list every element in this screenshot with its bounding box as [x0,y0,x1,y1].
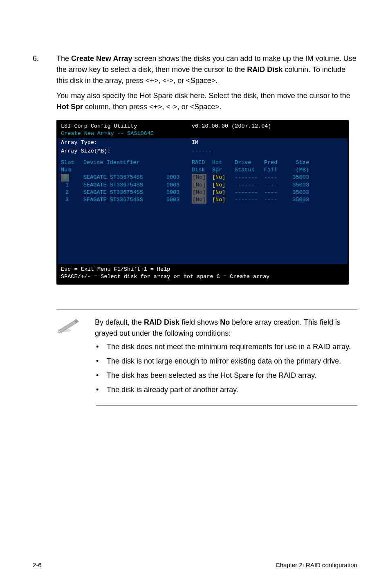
step-row: 6. The Create New Array screen shows the… [33,53,357,86]
cell-raid: [No] [192,196,212,204]
array-type-value: IM [192,139,198,146]
step-bold: Create New Array [71,54,132,63]
cell-hot: [No] [212,182,235,189]
pencil-icon [56,317,79,333]
list-item: • The disk has been selected as the Hot … [96,370,357,381]
table-header-row-1: Slot Device Identifier RAID Hot Drive Pr… [61,159,344,166]
list-text: The disk does not meet the minimum requi… [107,341,351,352]
terminal-table: Slot Device Identifier RAID Hot Drive Pr… [61,159,344,204]
cell-slot: 2 [61,189,83,196]
th-blank [83,166,166,174]
cell-pred: ---- [264,174,285,181]
list-item: • The disk is already part of another ar… [96,384,357,395]
th-raid: RAID [192,159,212,166]
page-footer: 2-6 Chapter 2: RAID configuration [33,561,357,568]
step-bold: RAID Disk [247,65,282,74]
cell-hot: [No] [212,196,235,204]
cell-num: 0003 [166,174,192,181]
note-text-part: field shows [179,318,220,326]
list-text: The disk has been selected as the Hot Sp… [107,370,316,381]
chapter-title: Chapter 2: RAID configuration [276,561,357,568]
cell-slot: 1 [61,182,83,189]
terminal-footer: Esc = Exit Menu F1/Shift+1 = Help SPACE/… [58,264,347,283]
list-text: The disk is not large enough to mirror e… [107,356,341,367]
cell-device: SEAGATE ST336754SS [83,182,166,189]
th-pred: Pred [264,159,285,166]
note-section: By default, the RAID Disk field shows No… [56,309,357,341]
step-followup: You may also specify the Hot Spare disk … [56,90,357,112]
terminal-spacer [61,204,344,257]
array-size-row: Array Size(MB): ------ [61,147,344,155]
th-hot: Hot [212,159,235,166]
cell-size: 35003 [285,174,309,181]
table-row: 0 SEAGATE ST336754SS 0003 [No] [No] ----… [61,174,344,181]
th-mb: (MB) [285,166,309,174]
note-bold: RAID Disk [144,318,179,326]
followup-part: You may also specify the Hot Spare disk … [56,92,350,100]
bullet-icon: • [96,384,98,395]
cell-drive: ------- [235,182,264,189]
cell-slot: 3 [61,196,83,204]
th-fail: Fail [264,166,285,174]
cell-drive: ------- [235,196,264,204]
th-spr: Spr [212,166,235,174]
cell-slot-val: 0 [61,174,69,181]
cell-device: SEAGATE ST336754SS [83,189,166,196]
cell-raid: [No] [192,182,212,189]
terminal-body: Array Type: IM Array Size(MB): ------ Sl… [58,138,347,264]
th-num: Num [61,166,83,174]
cell-device: SEAGATE ST336754SS [83,174,166,181]
page-number: 2-6 [33,561,42,568]
footer-line-1: Esc = Exit Menu F1/Shift+1 = Help [61,266,344,273]
cell-raid-val: [No] [192,174,206,181]
cell-hot: [No] [212,189,235,196]
step-number: 6. [33,53,40,86]
th-disk: Disk [192,166,212,174]
bullet-icon: • [96,370,98,381]
terminal-version: v6.20.00.00 (2007.12.04) [192,123,271,130]
cell-num: 0003 [166,189,192,196]
table-row: 2 SEAGATE ST336754SS 0003 [No] [No] ----… [61,189,344,196]
cell-raid-val: [No] [192,189,206,196]
terminal-window: LSI Corp Config Utility v6.20.00.00 (200… [56,120,349,285]
array-type-label: Array Type: [61,139,192,146]
th-status: Status [235,166,264,174]
array-type-row: Array Type: IM [61,138,344,146]
bullet-icon: • [96,356,98,367]
table-row: 1 SEAGATE ST336754SS 0003 [No] [No] ----… [61,182,344,189]
page-content: 6. The Create New Array screen shows the… [0,0,390,406]
list-text: The disk is already part of another arra… [107,384,238,395]
list-item: • The disk is not large enough to mirror… [96,356,357,367]
cell-hot: [No] [212,174,235,181]
list-item: • The disk does not meet the minimum req… [96,341,357,352]
step-text-part: The [56,54,71,63]
th-size: Size [285,159,309,166]
cell-raid: [No] [192,174,212,181]
step-text: The Create New Array screen shows the di… [56,53,357,86]
cell-num: 0003 [166,196,192,204]
cell-size: 35003 [285,182,309,189]
terminal-header: LSI Corp Config Utility v6.20.00.00 (200… [58,121,347,138]
table-row: 3 SEAGATE ST336754SS 0003 [No] [No] ----… [61,196,344,204]
cell-drive: ------- [235,174,264,181]
note-text-part: By default, the [95,318,144,326]
array-size-value: ------ [192,148,212,155]
cell-size: 35003 [285,196,309,204]
cell-raid-val: [No] [192,196,206,204]
followup-part: column, then press <+>, <->, or <Space>. [83,103,222,111]
th-blank [166,166,192,174]
cell-device: SEAGATE ST336754SS [83,196,166,204]
cell-num: 0003 [166,182,192,189]
terminal-subtitle: Create New Array -- SAS1064E [61,130,344,137]
cell-pred: ---- [264,196,285,204]
th-drive: Drive [235,159,264,166]
cell-pred: ---- [264,182,285,189]
th-device: Device Identifier [83,159,166,166]
cell-drive: ------- [235,189,264,196]
array-size-label: Array Size(MB): [61,148,192,155]
bullet-icon: • [96,341,98,352]
cell-raid-val: [No] [192,182,206,189]
note-bold: No [220,318,230,326]
cell-pred: ---- [264,189,285,196]
note-intro: By default, the RAID Disk field shows No… [95,317,357,339]
